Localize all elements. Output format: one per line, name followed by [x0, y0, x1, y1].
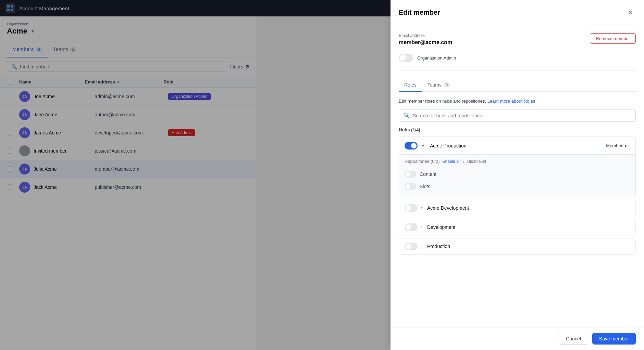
repo-name: Slots [420, 184, 430, 189]
repos-section: Repositories (0/2) Enable all / Disable … [399, 155, 635, 197]
edit-panel-body: Email address member@acme.com Remove mem… [391, 25, 644, 327]
hub-item-development: › Development [399, 219, 636, 235]
org-admin-toggle[interactable] [399, 54, 413, 62]
hub-item-acme-development: › Acme Development [399, 200, 636, 216]
close-button[interactable]: ✕ [625, 7, 636, 18]
save-member-button[interactable]: Save member [592, 333, 636, 345]
repo-item-slots: Slots [405, 180, 630, 193]
hub-item-header: › Acme Development [399, 200, 635, 216]
org-admin-toggle-row: Organization Admin [399, 54, 636, 62]
edit-panel-header: Edit member ✕ [391, 0, 644, 25]
repo-toggle-slots[interactable] [405, 183, 416, 190]
hub-item-header: › Development [399, 219, 635, 235]
learn-more-link[interactable]: Learn more about Roles [487, 99, 535, 104]
repo-item-content: Content [405, 168, 630, 180]
email-label: Email address [399, 33, 452, 38]
email-info: Email address member@acme.com [399, 33, 452, 46]
enable-all-button[interactable]: Enable all [443, 159, 461, 164]
repo-name: Content [420, 171, 436, 177]
chevron-down-icon[interactable]: ▼ [421, 143, 425, 148]
hub-name: Development [427, 224, 630, 230]
cancel-button[interactable]: Cancel [559, 333, 588, 345]
hub-toggle-development[interactable] [405, 223, 418, 231]
hub-toggle-acme-development[interactable] [405, 204, 418, 212]
remove-member-button[interactable]: Remove member [590, 33, 636, 44]
hub-item-header: ▼ Acme Production Member ▾ [399, 137, 635, 155]
panel-tab-teams[interactable]: Teams 0 [422, 79, 455, 92]
hub-name: Acme Development [427, 205, 630, 211]
panel-tabs: Roles Teams 0 [399, 79, 636, 92]
org-admin-section: Organization Admin [399, 54, 636, 70]
chevron-right-icon[interactable]: › [421, 244, 422, 249]
email-value: member@acme.com [399, 39, 452, 46]
panel-tab-teams-label: Teams [428, 82, 442, 88]
hub-search-icon: 🔍 [403, 112, 410, 119]
hub-name: Production [427, 244, 630, 249]
overlay: Edit member ✕ Email address member@acme.… [0, 0, 644, 350]
edit-member-panel: Edit member ✕ Email address member@acme.… [391, 0, 644, 350]
disable-all-button[interactable]: Disable all [467, 159, 486, 164]
panel-tab-teams-badge: 0 [444, 82, 450, 87]
hub-name: Acme Production [430, 143, 599, 148]
org-admin-label: Organization Admin [417, 55, 456, 61]
hub-role-value: Member [606, 143, 622, 148]
hub-role-select[interactable]: Member ▾ [603, 141, 630, 150]
chevron-right-icon[interactable]: › [421, 225, 422, 230]
hub-search-input[interactable] [413, 113, 631, 118]
panel-tab-roles-label: Roles [404, 82, 417, 88]
main-layout: Organization Acme ▾ Members 6 Teams 5 🔍 [0, 16, 644, 350]
hub-toggle-acme-production[interactable] [405, 142, 418, 150]
panel-tab-roles[interactable]: Roles [399, 79, 422, 92]
edit-panel-title: Edit member [399, 9, 440, 16]
repos-label: Repositories (0/2) [405, 159, 440, 164]
roles-description: Edit member roles on hubs and repositori… [399, 99, 636, 104]
hub-item-acme-production: ▼ Acme Production Member ▾ Repositories … [399, 137, 636, 197]
hub-search-wrap: 🔍 [399, 109, 636, 122]
chevron-down-icon: ▾ [624, 143, 627, 148]
repo-toggle-content[interactable] [405, 171, 416, 178]
chevron-right-icon[interactable]: › [421, 206, 422, 210]
hubs-label: Hubs (1/4) [399, 127, 636, 132]
edit-panel-footer: Cancel Save member [391, 327, 644, 350]
hub-item-production: › Production [399, 238, 636, 255]
email-row: Email address member@acme.com Remove mem… [399, 33, 636, 46]
hub-toggle-production[interactable] [405, 243, 418, 250]
repos-header: Repositories (0/2) Enable all / Disable … [405, 159, 630, 164]
hub-item-header: › Production [399, 238, 635, 254]
